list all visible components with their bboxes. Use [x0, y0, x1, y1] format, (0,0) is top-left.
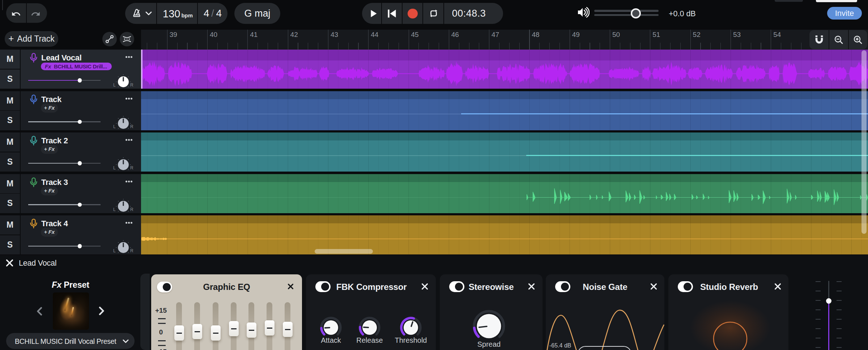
svg-text:-65.4 dB: -65.4 dB — [549, 342, 571, 349]
